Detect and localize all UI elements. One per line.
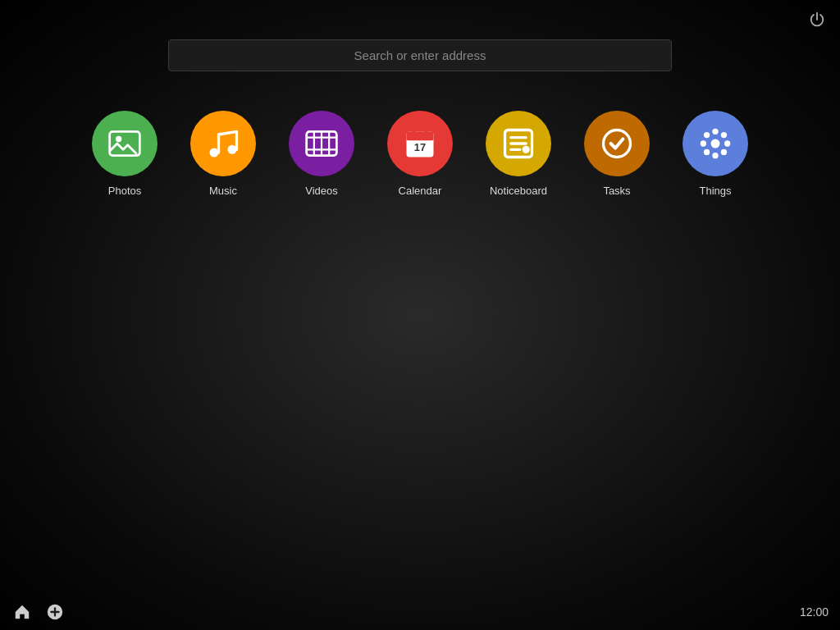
- svg-point-20: [604, 130, 631, 158]
- home-button[interactable]: [11, 601, 33, 623]
- svg-point-22: [712, 129, 718, 135]
- power-button[interactable]: [806, 8, 829, 31]
- bottom-bar: 12:00: [0, 594, 840, 630]
- svg-point-24: [701, 140, 706, 146]
- svg-point-19: [523, 146, 530, 153]
- tasks-icon: [584, 111, 650, 176]
- videos-label: Videos: [305, 185, 338, 197]
- app-videos[interactable]: Videos: [272, 111, 371, 197]
- add-button[interactable]: [44, 601, 66, 623]
- svg-point-3: [228, 145, 237, 154]
- bottom-left: [11, 601, 66, 623]
- things-label: Things: [699, 185, 731, 197]
- svg-point-28: [721, 132, 727, 138]
- music-icon: [190, 111, 256, 176]
- tasks-label: Tasks: [603, 185, 630, 197]
- app-calendar[interactable]: 17 Calendar: [371, 111, 469, 197]
- noticeboard-icon: [486, 111, 551, 176]
- search-input[interactable]: [168, 39, 672, 71]
- svg-point-27: [721, 149, 727, 155]
- things-icon: [682, 111, 748, 176]
- svg-point-21: [711, 139, 720, 148]
- noticeboard-label: Noticeboard: [490, 185, 547, 197]
- clock-display: 12:00: [800, 605, 829, 619]
- app-noticeboard[interactable]: Noticeboard: [469, 111, 568, 197]
- svg-rect-11: [407, 131, 434, 140]
- svg-point-23: [712, 153, 718, 158]
- photos-icon: [92, 111, 158, 176]
- music-label: Music: [209, 185, 237, 197]
- svg-point-2: [210, 148, 219, 158]
- search-bar-wrapper: [168, 39, 672, 71]
- svg-point-26: [704, 132, 710, 138]
- apps-row: Photos Music Videos: [0, 111, 840, 197]
- svg-text:17: 17: [414, 141, 426, 153]
- app-things[interactable]: Things: [666, 111, 765, 197]
- svg-point-25: [724, 140, 730, 146]
- videos-icon: [289, 111, 354, 176]
- app-photos[interactable]: Photos: [75, 111, 174, 197]
- calendar-label: Calendar: [399, 185, 442, 197]
- svg-point-1: [116, 136, 121, 142]
- svg-point-29: [704, 149, 710, 155]
- app-tasks[interactable]: Tasks: [568, 111, 666, 197]
- calendar-icon: 17: [387, 111, 453, 176]
- app-music[interactable]: Music: [174, 111, 272, 197]
- photos-label: Photos: [108, 185, 141, 197]
